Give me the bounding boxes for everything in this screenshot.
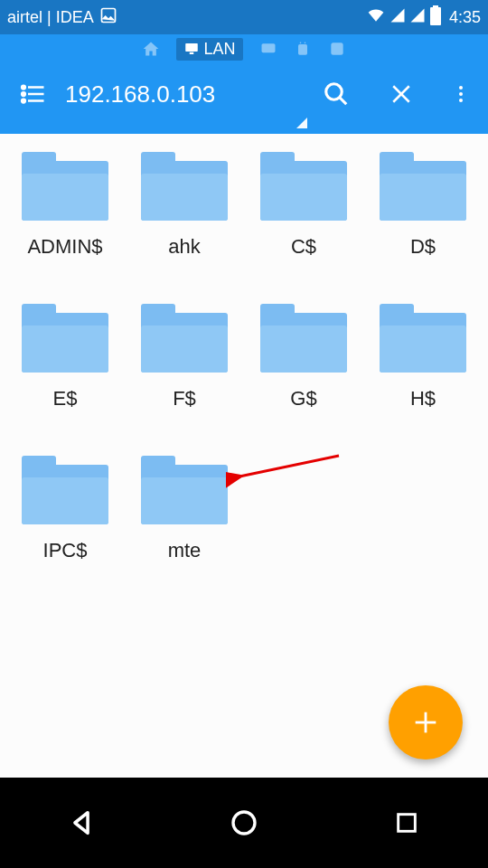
svg-point-12 xyxy=(22,92,25,96)
path-dropdown[interactable]: 192.168.0.103 xyxy=(65,69,304,119)
signal-1-icon xyxy=(389,7,406,28)
folder-label: IPC$ xyxy=(43,539,88,562)
folder-item[interactable]: E$ xyxy=(9,304,121,410)
square-recents-icon xyxy=(394,810,419,835)
folder-label: G$ xyxy=(290,387,316,410)
close-icon xyxy=(388,80,415,108)
android-nav-bar xyxy=(0,778,488,868)
svg-line-17 xyxy=(340,98,347,105)
overflow-button[interactable] xyxy=(434,69,488,119)
nav-home-button[interactable] xyxy=(217,796,271,850)
svg-point-27 xyxy=(233,812,255,834)
tab-lan[interactable]: LAN xyxy=(176,38,242,61)
search-button[interactable] xyxy=(304,69,369,119)
breadcrumb-tabs: LAN xyxy=(0,34,488,63)
triangle-back-icon xyxy=(66,807,97,838)
folder-icon xyxy=(141,304,228,373)
folder-item[interactable]: G$ xyxy=(248,304,360,410)
folder-icon xyxy=(380,304,466,373)
file-grid-area[interactable]: ADMIN$ahkC$D$E$F$G$H$IPC$mte xyxy=(0,134,488,778)
monitor-icon xyxy=(183,41,200,57)
folder-item[interactable]: F$ xyxy=(128,304,240,410)
signal-2-icon xyxy=(409,7,426,28)
folder-icon xyxy=(141,152,228,221)
folder-item[interactable]: mte xyxy=(128,456,240,562)
menu-button[interactable] xyxy=(0,69,65,119)
svg-rect-3 xyxy=(186,43,199,52)
folder-label: mte xyxy=(168,539,202,562)
svg-point-21 xyxy=(459,92,463,96)
svg-point-14 xyxy=(22,99,25,103)
tab-network[interactable] xyxy=(328,40,346,58)
tab-home[interactable] xyxy=(142,40,160,58)
svg-point-16 xyxy=(326,84,343,100)
nav-recents-button[interactable] xyxy=(380,796,434,850)
svg-rect-4 xyxy=(190,52,194,54)
android-status-bar: airtel | IDEA 4:35 xyxy=(0,0,488,34)
wifi-icon xyxy=(366,6,386,29)
search-icon xyxy=(323,80,350,108)
chat-icon xyxy=(259,40,277,58)
app-toolbar: 192.168.0.103 xyxy=(0,63,488,134)
picture-icon xyxy=(99,6,117,29)
battery-icon xyxy=(429,5,442,30)
svg-rect-9 xyxy=(331,42,343,54)
svg-point-22 xyxy=(459,99,463,102)
home-icon xyxy=(142,40,160,58)
more-vert-icon xyxy=(450,80,472,108)
folder-item[interactable]: C$ xyxy=(248,152,360,259)
folder-item[interactable]: H$ xyxy=(367,304,479,410)
folder-icon xyxy=(22,456,108,524)
folder-icon xyxy=(260,304,347,373)
close-button[interactable] xyxy=(369,69,434,119)
svg-point-7 xyxy=(299,42,301,44)
dropdown-triangle-icon xyxy=(296,118,307,128)
path-text: 192.168.0.103 xyxy=(65,80,215,108)
tab-chat[interactable] xyxy=(259,40,277,58)
folder-label: ahk xyxy=(168,235,200,259)
folder-item[interactable]: D$ xyxy=(367,152,479,259)
network-icon xyxy=(328,40,346,58)
svg-rect-6 xyxy=(298,44,307,55)
folder-item[interactable]: IPC$ xyxy=(9,456,121,562)
folder-icon xyxy=(260,152,347,221)
fab-add-button[interactable] xyxy=(389,685,463,760)
circle-home-icon xyxy=(230,808,258,837)
nav-back-button[interactable] xyxy=(54,796,108,850)
list-icon xyxy=(19,80,46,108)
status-right: 4:35 xyxy=(366,5,481,30)
folder-item[interactable]: ADMIN$ xyxy=(9,152,121,259)
svg-rect-5 xyxy=(261,43,275,52)
android-icon xyxy=(294,40,312,58)
status-left: airtel | IDEA xyxy=(7,6,117,29)
svg-point-20 xyxy=(459,86,463,90)
folder-item[interactable]: ahk xyxy=(128,152,240,259)
folder-grid: ADMIN$ahkC$D$E$F$G$H$IPC$mte xyxy=(9,152,479,562)
svg-rect-28 xyxy=(399,815,416,832)
folder-label: H$ xyxy=(410,387,436,410)
folder-icon xyxy=(380,152,466,221)
svg-point-8 xyxy=(304,42,305,44)
carrier-text: airtel | IDEA xyxy=(7,8,94,27)
status-time: 4:35 xyxy=(449,8,481,27)
folder-icon xyxy=(22,152,108,221)
folder-icon xyxy=(22,304,108,373)
folder-label: ADMIN$ xyxy=(27,235,102,259)
folder-label: D$ xyxy=(410,235,436,259)
svg-point-10 xyxy=(22,86,25,90)
svg-rect-1 xyxy=(430,7,441,25)
folder-label: F$ xyxy=(173,387,196,410)
tab-android[interactable] xyxy=(294,40,312,58)
folder-icon xyxy=(141,456,228,524)
plus-icon xyxy=(410,707,441,738)
svg-rect-2 xyxy=(433,5,438,8)
folder-label: E$ xyxy=(53,387,78,410)
tab-lan-label: LAN xyxy=(203,40,235,59)
folder-label: C$ xyxy=(291,235,316,259)
